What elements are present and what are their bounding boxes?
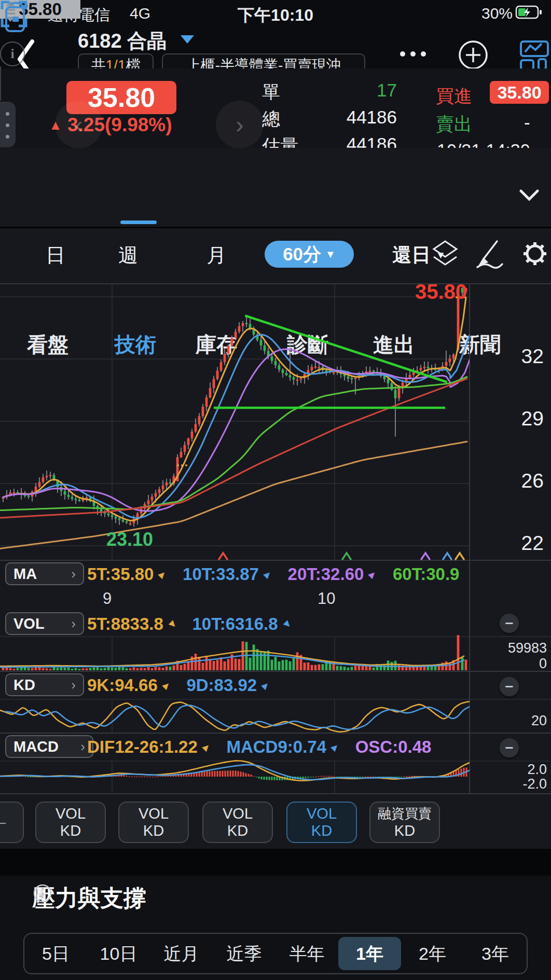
indicator-set-button-selected[interactable]: VOLKD: [286, 802, 357, 843]
macd-axis-top: 2.0: [485, 762, 547, 778]
vol-value: 10T:6316.8▼: [192, 614, 295, 634]
range-selector: 5日10日近月近季半年1年2年3年: [23, 933, 528, 974]
indicator-set-button[interactable]: VOLKD: [35, 802, 106, 843]
range-10日[interactable]: 10日: [87, 933, 150, 974]
chart-overlays: 35.8032292622599830202.0-2.0910−−−iMA›5T…: [0, 0, 551, 980]
range-1年[interactable]: 1年: [338, 937, 401, 970]
range-5日[interactable]: 5日: [24, 933, 87, 974]
chart-info-icon[interactable]: i: [0, 42, 25, 66]
range-近季[interactable]: 近季: [213, 933, 276, 974]
ma-value: 10T:33.87▲: [183, 564, 276, 584]
support-section-title: 壓力與支撐: [32, 883, 146, 914]
price-axis-label: 29: [481, 407, 544, 430]
range-2年[interactable]: 2年: [401, 933, 464, 974]
collapse-pane-button[interactable]: −: [499, 613, 519, 633]
kd-value: 9K:94.66▲: [87, 675, 175, 695]
indicator-set-button[interactable]: VOLKD: [202, 802, 273, 843]
range-3年[interactable]: 3年: [464, 933, 527, 974]
ma-indicator-button[interactable]: MA›: [5, 562, 84, 585]
rotate-screen-button[interactable]: [0, 101, 31, 135]
macd-value: DIF12-26:1.22▲: [87, 737, 215, 757]
price-axis-label: 32: [481, 345, 544, 368]
kd-value: 9D:83.92▲: [186, 675, 274, 695]
macd-axis-bottom: -2.0: [485, 776, 547, 792]
ma-value: 5T:35.80▲: [87, 564, 171, 584]
button-row-divider: [0, 66, 1, 101]
ma-value: 20T:32.60▲: [288, 564, 381, 584]
ma-indicator-values: 5T:35.80▲10T:33.87▲20T:32.60▲60T:30.9: [87, 562, 469, 586]
ma-value: 60T:30.9: [393, 564, 459, 584]
support-resistance-section: 壓力與支撐 5日10日近月近季半年1年2年3年: [0, 876, 551, 980]
vol-value: 5T:8833.8▼: [87, 614, 181, 634]
range-半年[interactable]: 半年: [276, 933, 338, 974]
kd-axis-label: 20: [485, 713, 547, 729]
volume-axis-min: 0: [485, 656, 547, 672]
kd-indicator-button[interactable]: KD›: [5, 673, 84, 696]
x-axis-month-label: 9: [103, 589, 112, 608]
pane-resize-widget[interactable]: [0, 19, 21, 42]
macd-indicator-button[interactable]: MACD›: [5, 735, 93, 758]
volume-axis-max: 59983: [485, 640, 547, 656]
indicator-set-button[interactable]: VOLKD: [118, 802, 189, 843]
price-axis-label: 22: [481, 532, 544, 555]
indicator-set-button-partial[interactable]: –: [0, 802, 24, 843]
section-separator: [0, 849, 551, 876]
macd-indicator-values: DIF12-26:1.22▲MACD9:0.74▲OSC:0.48: [87, 735, 469, 759]
collapse-pane-button[interactable]: −: [499, 738, 519, 758]
current-price-axis-badge: 35.80: [0, 0, 80, 19]
stock-app-screen: 遠傳電信 4G 下午10:10 30% 6182 合晶 共1/1檔 上櫃-半導體…: [0, 0, 551, 980]
vol-indicator-button[interactable]: VOL›: [5, 612, 84, 635]
macd-value: MACD9:0.74▲: [226, 737, 343, 757]
kd-indicator-values: 9K:94.66▲9D:83.92▲: [87, 673, 469, 697]
price-axis-label: 26: [481, 470, 544, 492]
x-axis-month-label: 10: [318, 589, 335, 608]
macd-value: OSC:0.48: [355, 737, 432, 757]
indicator-set-button[interactable]: 融資買賣KD: [369, 802, 440, 843]
range-近月[interactable]: 近月: [150, 933, 213, 974]
fullscreen-button[interactable]: [0, 135, 28, 163]
vol-indicator-values: 5T:8833.8▼10T:6316.8▼: [87, 612, 469, 636]
collapse-pane-button[interactable]: −: [499, 677, 519, 697]
